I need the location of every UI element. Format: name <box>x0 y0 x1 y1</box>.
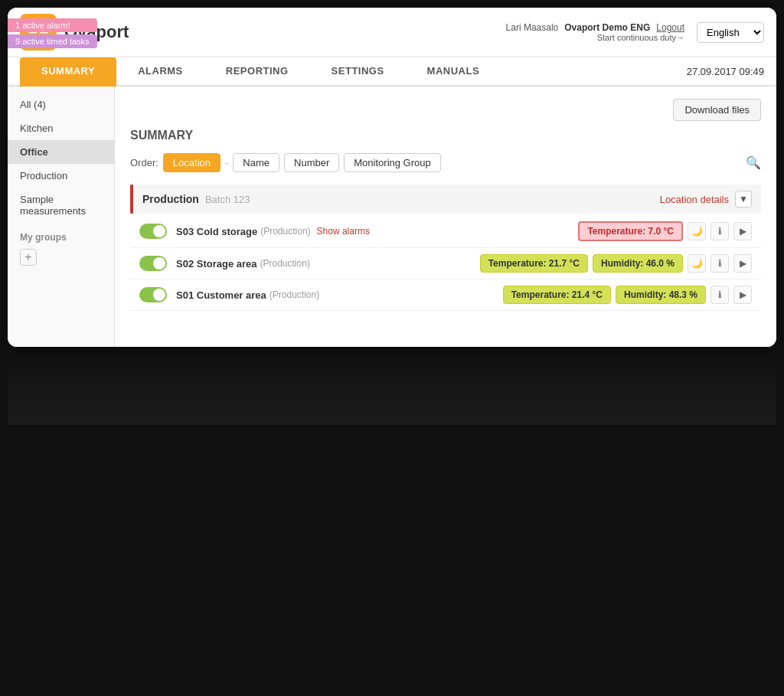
nav-tabs: SUMMARY ALARMS REPORTING SETTINGS MANUAL… <box>8 57 776 87</box>
alarm-notification[interactable]: 1 active alarm! <box>8 18 97 32</box>
sensor-readings-s02: Temperature: 21.7 °C Humidity: 46.0 % 🌙 … <box>480 254 752 273</box>
order-btn-number[interactable]: Number <box>284 153 339 172</box>
sensor-row-s02: S02 Storage area (Production) Temperatur… <box>130 248 761 279</box>
sensor-name-s03: S03 Cold storage <box>176 226 257 237</box>
reflection <box>8 348 776 425</box>
sidebar: All (4) Kitchen Office Production Sample… <box>8 87 115 347</box>
batch-badge: Batch 123 <box>205 194 250 205</box>
temp-badge-s01: Temperature: 21.4 °C <box>503 286 611 304</box>
sensor-readings-s01: Temperature: 21.4 °C Humidity: 48.3 % ℹ … <box>503 286 752 304</box>
tab-reporting[interactable]: REPORTING <box>204 57 310 87</box>
sensor-row-s01: S01 Customer area (Production) Temperatu… <box>130 279 761 311</box>
sidebar-item-sample[interactable]: Sample measurements <box>8 188 114 223</box>
arrow-icon-s01[interactable]: ▶ <box>733 286 752 304</box>
sidebar-item-production[interactable]: Production <box>8 164 114 188</box>
arrow-icon-s03[interactable]: ▶ <box>733 222 752 240</box>
download-files-button[interactable]: Download files <box>673 99 761 121</box>
duty-link[interactable]: Start continuous duty→ <box>597 33 684 42</box>
language-select[interactable]: English Finnish Swedish <box>697 22 764 43</box>
moon-icon-s03[interactable]: 🌙 <box>688 222 706 240</box>
tab-summary[interactable]: SUMMARY <box>20 57 116 87</box>
group-name: Production <box>142 193 199 205</box>
sensor-readings-s03: Temperature: 7.0 °C 🌙 ℹ ▶ <box>578 221 752 241</box>
add-group-button[interactable]: + <box>20 249 37 266</box>
group-header-production: Production Batch 123 Location details ▼ <box>130 185 761 214</box>
info-icon-s02[interactable]: ℹ <box>710 254 729 273</box>
order-bar: Order: Location - Name Number Monitoring… <box>130 153 761 172</box>
order-btn-monitoring-group[interactable]: Monitoring Group <box>344 153 440 172</box>
main-content: Download files SUMMARY Order: Location -… <box>115 87 776 347</box>
logout-link[interactable]: Logout <box>656 22 684 33</box>
tab-manuals[interactable]: MANUALS <box>406 57 501 87</box>
sensor-name-s02: S02 Storage area <box>176 258 257 270</box>
sensor-name-s01: S01 Customer area <box>176 289 266 301</box>
tab-alarms[interactable]: ALARMS <box>116 57 204 87</box>
sidebar-item-kitchen[interactable]: Kitchen <box>8 116 114 140</box>
location-details-link[interactable]: Location details <box>660 194 729 205</box>
info-icon-s01[interactable]: ℹ <box>710 286 729 304</box>
temp-badge-s03: Temperature: 7.0 °C <box>578 221 683 241</box>
sensor-row-s03: S03 Cold storage (Production) Show alarm… <box>130 215 761 248</box>
group-expand-button[interactable]: ▼ <box>735 191 752 207</box>
header-datetime: 27.09.2017 09:49 <box>687 66 764 77</box>
order-label: Order: <box>130 157 158 168</box>
toggle-s03[interactable] <box>139 224 167 239</box>
temp-badge-s02: Temperature: 21.7 °C <box>480 254 588 273</box>
sensor-location-s02: (Production) <box>260 258 310 269</box>
order-btn-name[interactable]: Name <box>233 153 279 172</box>
page-title: SUMMARY <box>130 129 761 142</box>
toggle-s01[interactable] <box>139 287 167 302</box>
order-btn-location[interactable]: Location <box>163 153 220 172</box>
sidebar-item-all[interactable]: All (4) <box>8 93 114 116</box>
show-alarms-link-s03[interactable]: Show alarms <box>317 226 370 237</box>
tab-settings[interactable]: SETTINGS <box>310 57 406 87</box>
toggle-s02[interactable] <box>139 256 167 271</box>
humidity-badge-s01: Humidity: 48.3 % <box>616 286 706 304</box>
moon-icon-s02[interactable]: 🌙 <box>688 254 706 273</box>
main-layout: All (4) Kitchen Office Production Sample… <box>8 87 776 347</box>
tasks-notification[interactable]: 9 active timed tasks <box>8 34 97 48</box>
sensor-location-s03: (Production) <box>260 226 310 237</box>
order-separator: - <box>225 157 228 168</box>
company-name: Ovaport Demo ENG <box>564 22 650 33</box>
app-header: Ovaport Lari Maasalo Ovaport Demo ENG Lo… <box>8 8 776 57</box>
user-display-name: Lari Maasalo <box>506 22 559 33</box>
search-icon[interactable]: 🔍 <box>746 155 761 170</box>
arrow-icon-s02[interactable]: ▶ <box>733 254 752 273</box>
sensor-location-s01: (Production) <box>270 289 319 300</box>
my-groups-label: My groups <box>8 226 114 246</box>
user-info-block: Lari Maasalo Ovaport Demo ENG Logout Sta… <box>506 22 684 42</box>
humidity-badge-s02: Humidity: 46.0 % <box>593 254 683 273</box>
sidebar-item-office[interactable]: Office <box>8 140 114 164</box>
info-icon-s03[interactable]: ℹ <box>710 222 729 240</box>
